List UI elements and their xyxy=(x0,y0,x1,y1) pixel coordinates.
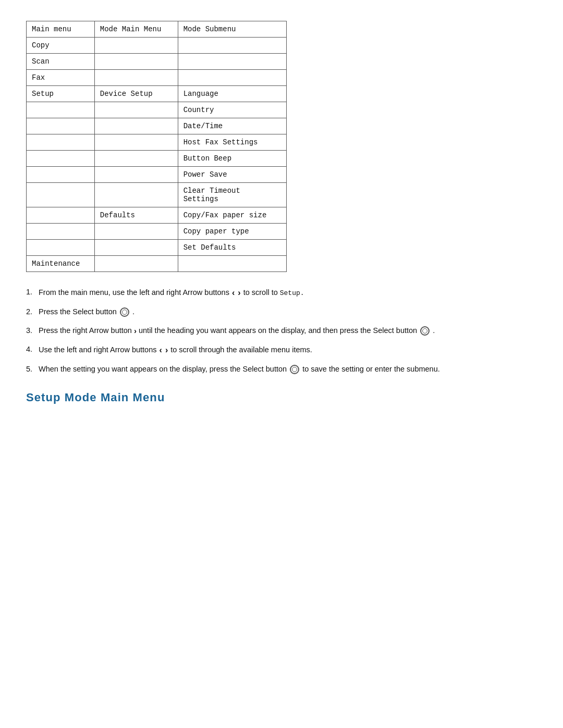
menu-table: Main menu Mode Main Menu Mode Submenu Co… xyxy=(26,21,287,272)
row-submenu: Country xyxy=(178,102,286,118)
instruction-content: When the setting you want appears on the… xyxy=(39,364,537,375)
row-mode-main xyxy=(94,151,178,167)
instruction-content: From the main menu, use the left and rig… xyxy=(39,287,537,299)
table-row: Scan xyxy=(27,54,287,70)
row-mode-main xyxy=(94,134,178,151)
row-main-menu xyxy=(27,151,95,167)
table-row: Country xyxy=(27,102,287,118)
instruction-item-4: 4. Use the left and right Arrow buttons … xyxy=(26,344,537,356)
select-button-icon xyxy=(420,326,430,336)
table-header-col3: Mode Submenu xyxy=(178,21,286,38)
row-main-menu: Maintenance xyxy=(27,256,95,272)
instruction-item-1: 1. From the main menu, use the left and … xyxy=(26,287,537,299)
table-row: Power Save xyxy=(27,167,287,183)
table-row: Set Defaults xyxy=(27,240,287,256)
table-header-col2: Mode Main Menu xyxy=(94,21,178,38)
select-button-icon xyxy=(290,365,299,374)
instructions-list: 1. From the main menu, use the left and … xyxy=(26,287,537,375)
select-button-icon xyxy=(120,307,129,317)
table-row: Maintenance xyxy=(27,256,287,272)
row-main-menu: Copy xyxy=(27,38,95,54)
row-submenu xyxy=(178,256,286,272)
row-submenu: Clear TimeoutSettings xyxy=(178,183,286,207)
table-row: Setup Device Setup Language xyxy=(27,86,287,102)
row-submenu: Language xyxy=(178,86,286,102)
row-submenu: Date/Time xyxy=(178,118,286,134)
row-main-menu xyxy=(27,224,95,240)
right-arrow-icon: › xyxy=(165,344,168,356)
row-main-menu: Scan xyxy=(27,54,95,70)
row-mode-main xyxy=(94,102,178,118)
table-row: Button Beep xyxy=(27,151,287,167)
instruction-number: 4. xyxy=(26,344,39,355)
instruction-number: 2. xyxy=(26,306,39,318)
row-submenu xyxy=(178,54,286,70)
row-mode-main: Defaults xyxy=(94,207,178,224)
row-main-menu xyxy=(27,167,95,183)
row-submenu: Host Fax Settings xyxy=(178,134,286,151)
row-mode-main xyxy=(94,240,178,256)
row-main-menu xyxy=(27,118,95,134)
table-row: Clear TimeoutSettings xyxy=(27,183,287,207)
instruction-number: 1. xyxy=(26,287,39,298)
instruction-number: 3. xyxy=(26,325,39,337)
table-header-col1: Main menu xyxy=(27,21,95,38)
row-mode-main xyxy=(94,70,178,86)
row-submenu: Button Beep xyxy=(178,151,286,167)
row-main-menu xyxy=(27,240,95,256)
instruction-content: Press the Select button . xyxy=(39,306,537,318)
row-mode-main: Device Setup xyxy=(94,86,178,102)
row-mode-main xyxy=(94,38,178,54)
row-main-menu: Setup xyxy=(27,86,95,102)
table-row: Host Fax Settings xyxy=(27,134,287,151)
row-main-menu xyxy=(27,183,95,207)
left-arrow-icon: ‹ xyxy=(160,344,162,356)
instruction-content: Use the left and right Arrow buttons ‹ ›… xyxy=(39,344,537,356)
row-mode-main xyxy=(94,224,178,240)
row-mode-main xyxy=(94,54,178,70)
left-arrow-icon: ‹ xyxy=(232,287,235,299)
right-arrow-icon: › xyxy=(238,287,240,299)
row-submenu: Copy/Fax paper size xyxy=(178,207,286,224)
row-submenu: Power Save xyxy=(178,167,286,183)
row-main-menu: Fax xyxy=(27,70,95,86)
row-mode-main xyxy=(94,256,178,272)
setup-keyword: Setup. xyxy=(280,289,304,297)
row-submenu: Copy paper type xyxy=(178,224,286,240)
table-row: Copy xyxy=(27,38,287,54)
row-submenu: Set Defaults xyxy=(178,240,286,256)
row-submenu xyxy=(178,38,286,54)
table-row: Date/Time xyxy=(27,118,287,134)
row-mode-main xyxy=(94,118,178,134)
table-row: Defaults Copy/Fax paper size xyxy=(27,207,287,224)
row-submenu xyxy=(178,70,286,86)
instruction-content: Press the right Arrow button › until the… xyxy=(39,325,537,337)
row-main-menu xyxy=(27,207,95,224)
instruction-number: 5. xyxy=(26,364,39,375)
instruction-item-2: 2. Press the Select button . xyxy=(26,306,537,318)
right-arrow-icon: › xyxy=(134,325,137,337)
row-mode-main xyxy=(94,167,178,183)
instruction-item-5: 5. When the setting you want appears on … xyxy=(26,364,537,375)
section-heading: Setup Mode Main Menu xyxy=(26,391,537,404)
table-row: Fax xyxy=(27,70,287,86)
row-main-menu xyxy=(27,102,95,118)
row-mode-main xyxy=(94,183,178,207)
instruction-item-3: 3. Press the right Arrow button › until … xyxy=(26,325,537,337)
table-row: Copy paper type xyxy=(27,224,287,240)
row-main-menu xyxy=(27,134,95,151)
